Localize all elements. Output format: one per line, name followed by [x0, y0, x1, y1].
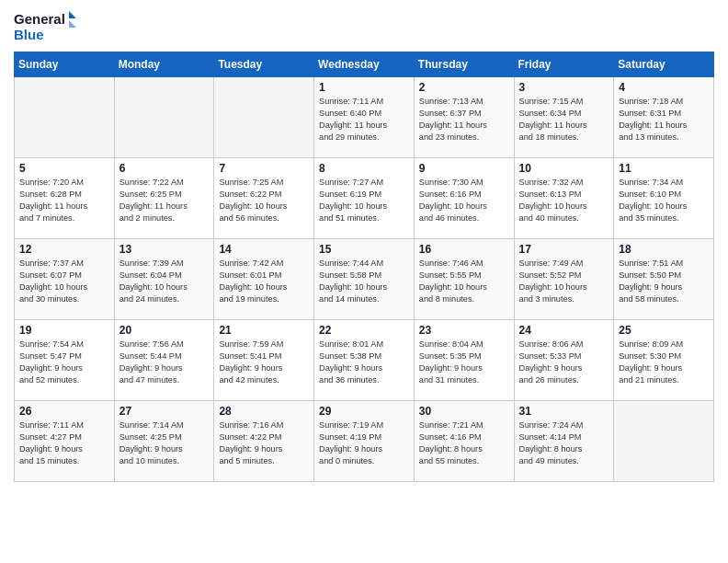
day-header-saturday: Saturday	[614, 52, 714, 77]
calendar-cell: 24Sunrise: 8:06 AM Sunset: 5:33 PM Dayli…	[514, 320, 614, 401]
calendar-cell: 30Sunrise: 7:21 AM Sunset: 4:16 PM Dayli…	[414, 401, 514, 482]
cell-content: Sunrise: 8:09 AM Sunset: 5:30 PM Dayligh…	[619, 339, 709, 386]
calendar-cell: 25Sunrise: 8:09 AM Sunset: 5:30 PM Dayli…	[614, 320, 714, 401]
day-number: 14	[219, 243, 309, 256]
cell-content: Sunrise: 7:56 AM Sunset: 5:44 PM Dayligh…	[119, 339, 210, 386]
day-header-wednesday: Wednesday	[314, 52, 415, 77]
calendar-cell: 23Sunrise: 8:04 AM Sunset: 5:35 PM Dayli…	[414, 320, 514, 401]
calendar-cell: 4Sunrise: 7:18 AM Sunset: 6:31 PM Daylig…	[614, 77, 714, 158]
calendar-cell: 18Sunrise: 7:51 AM Sunset: 5:50 PM Dayli…	[614, 239, 714, 320]
logo-svg: GeneralBlue	[14, 9, 87, 44]
day-number: 18	[619, 243, 709, 256]
cell-content: Sunrise: 8:06 AM Sunset: 5:33 PM Dayligh…	[519, 339, 609, 386]
day-number: 31	[519, 405, 609, 418]
cell-content: Sunrise: 7:19 AM Sunset: 4:19 PM Dayligh…	[319, 419, 409, 467]
day-number: 12	[19, 243, 109, 256]
day-number: 7	[219, 162, 309, 175]
cell-content: Sunrise: 7:13 AM Sunset: 6:37 PM Dayligh…	[419, 96, 509, 144]
calendar-cell: 11Sunrise: 7:34 AM Sunset: 6:10 PM Dayli…	[614, 158, 714, 239]
cell-content: Sunrise: 7:54 AM Sunset: 5:47 PM Dayligh…	[19, 339, 109, 386]
day-number: 23	[419, 324, 509, 337]
calendar-cell: 27Sunrise: 7:14 AM Sunset: 4:25 PM Dayli…	[114, 401, 214, 482]
calendar-table: SundayMondayTuesdayWednesdayThursdayFrid…	[14, 52, 714, 482]
day-number: 1	[319, 81, 409, 94]
calendar-cell: 29Sunrise: 7:19 AM Sunset: 4:19 PM Dayli…	[314, 401, 415, 482]
calendar-cell: 5Sunrise: 7:20 AM Sunset: 6:28 PM Daylig…	[15, 158, 115, 239]
week-row-4: 19Sunrise: 7:54 AM Sunset: 5:47 PM Dayli…	[15, 320, 714, 401]
calendar-cell	[614, 401, 714, 482]
calendar-cell: 15Sunrise: 7:44 AM Sunset: 5:58 PM Dayli…	[314, 239, 415, 320]
cell-content: Sunrise: 7:11 AM Sunset: 6:40 PM Dayligh…	[319, 96, 409, 144]
cell-content: Sunrise: 7:11 AM Sunset: 4:27 PM Dayligh…	[19, 419, 109, 467]
logo: GeneralBlue	[14, 9, 87, 44]
cell-content: Sunrise: 7:42 AM Sunset: 6:01 PM Dayligh…	[219, 258, 309, 305]
cell-content: Sunrise: 7:59 AM Sunset: 5:41 PM Dayligh…	[219, 339, 309, 386]
calendar-cell: 21Sunrise: 7:59 AM Sunset: 5:41 PM Dayli…	[214, 320, 314, 401]
day-number: 29	[319, 405, 409, 418]
calendar-cell	[214, 77, 314, 158]
cell-content: Sunrise: 7:16 AM Sunset: 4:22 PM Dayligh…	[219, 419, 309, 467]
calendar-cell: 13Sunrise: 7:39 AM Sunset: 6:04 PM Dayli…	[114, 239, 214, 320]
day-number: 26	[19, 405, 109, 418]
day-number: 2	[419, 81, 509, 94]
calendar-cell	[114, 77, 214, 158]
cell-content: Sunrise: 7:44 AM Sunset: 5:58 PM Dayligh…	[319, 258, 409, 305]
day-header-thursday: Thursday	[414, 52, 514, 77]
calendar-cell: 17Sunrise: 7:49 AM Sunset: 5:52 PM Dayli…	[514, 239, 614, 320]
calendar-cell: 28Sunrise: 7:16 AM Sunset: 4:22 PM Dayli…	[214, 401, 314, 482]
cell-content: Sunrise: 7:30 AM Sunset: 6:16 PM Dayligh…	[419, 177, 509, 224]
cell-content: Sunrise: 7:39 AM Sunset: 6:04 PM Dayligh…	[119, 258, 210, 305]
calendar-cell: 6Sunrise: 7:22 AM Sunset: 6:25 PM Daylig…	[114, 158, 214, 239]
day-number: 27	[119, 405, 210, 418]
calendar-cell: 1Sunrise: 7:11 AM Sunset: 6:40 PM Daylig…	[314, 77, 415, 158]
cell-content: Sunrise: 7:34 AM Sunset: 6:10 PM Dayligh…	[619, 177, 709, 224]
calendar-cell: 16Sunrise: 7:46 AM Sunset: 5:55 PM Dayli…	[414, 239, 514, 320]
cell-content: Sunrise: 7:24 AM Sunset: 4:14 PM Dayligh…	[519, 419, 609, 467]
calendar-cell: 19Sunrise: 7:54 AM Sunset: 5:47 PM Dayli…	[15, 320, 115, 401]
day-number: 17	[519, 243, 609, 256]
week-row-1: 1Sunrise: 7:11 AM Sunset: 6:40 PM Daylig…	[15, 77, 714, 158]
day-headers-row: SundayMondayTuesdayWednesdayThursdayFrid…	[15, 52, 714, 77]
cell-content: Sunrise: 7:14 AM Sunset: 4:25 PM Dayligh…	[119, 419, 210, 467]
day-number: 22	[319, 324, 409, 337]
day-number: 25	[619, 324, 709, 337]
calendar-cell: 10Sunrise: 7:32 AM Sunset: 6:13 PM Dayli…	[514, 158, 614, 239]
calendar-cell: 7Sunrise: 7:25 AM Sunset: 6:22 PM Daylig…	[214, 158, 314, 239]
calendar-cell: 3Sunrise: 7:15 AM Sunset: 6:34 PM Daylig…	[514, 77, 614, 158]
cell-content: Sunrise: 7:20 AM Sunset: 6:28 PM Dayligh…	[19, 177, 109, 224]
calendar-cell	[15, 77, 115, 158]
calendar-cell: 26Sunrise: 7:11 AM Sunset: 4:27 PM Dayli…	[15, 401, 115, 482]
svg-text:Blue: Blue	[14, 27, 44, 42]
day-number: 30	[419, 405, 509, 418]
week-row-2: 5Sunrise: 7:20 AM Sunset: 6:28 PM Daylig…	[15, 158, 714, 239]
day-number: 13	[119, 243, 210, 256]
day-number: 28	[219, 405, 309, 418]
day-number: 20	[119, 324, 210, 337]
day-number: 8	[319, 162, 409, 175]
day-header-tuesday: Tuesday	[214, 52, 314, 77]
day-number: 16	[419, 243, 509, 256]
calendar-cell: 9Sunrise: 7:30 AM Sunset: 6:16 PM Daylig…	[414, 158, 514, 239]
cell-content: Sunrise: 7:37 AM Sunset: 6:07 PM Dayligh…	[19, 258, 109, 305]
day-number: 6	[119, 162, 210, 175]
day-header-friday: Friday	[514, 52, 614, 77]
cell-content: Sunrise: 7:49 AM Sunset: 5:52 PM Dayligh…	[519, 258, 609, 305]
week-row-3: 12Sunrise: 7:37 AM Sunset: 6:07 PM Dayli…	[15, 239, 714, 320]
day-number: 10	[519, 162, 609, 175]
day-number: 4	[619, 81, 709, 94]
day-number: 11	[619, 162, 709, 175]
svg-text:General: General	[14, 11, 65, 27]
page-header: GeneralBlue	[14, 9, 714, 44]
calendar-cell: 22Sunrise: 8:01 AM Sunset: 5:38 PM Dayli…	[314, 320, 415, 401]
cell-content: Sunrise: 7:15 AM Sunset: 6:34 PM Dayligh…	[519, 96, 609, 144]
day-header-sunday: Sunday	[15, 52, 115, 77]
cell-content: Sunrise: 7:32 AM Sunset: 6:13 PM Dayligh…	[519, 177, 609, 224]
cell-content: Sunrise: 7:25 AM Sunset: 6:22 PM Dayligh…	[219, 177, 309, 224]
week-row-5: 26Sunrise: 7:11 AM Sunset: 4:27 PM Dayli…	[15, 401, 714, 482]
calendar-cell: 20Sunrise: 7:56 AM Sunset: 5:44 PM Dayli…	[114, 320, 214, 401]
calendar-cell: 12Sunrise: 7:37 AM Sunset: 6:07 PM Dayli…	[15, 239, 115, 320]
calendar-cell: 31Sunrise: 7:24 AM Sunset: 4:14 PM Dayli…	[514, 401, 614, 482]
cell-content: Sunrise: 7:46 AM Sunset: 5:55 PM Dayligh…	[419, 258, 509, 305]
cell-content: Sunrise: 8:04 AM Sunset: 5:35 PM Dayligh…	[419, 339, 509, 386]
day-number: 3	[519, 81, 609, 94]
